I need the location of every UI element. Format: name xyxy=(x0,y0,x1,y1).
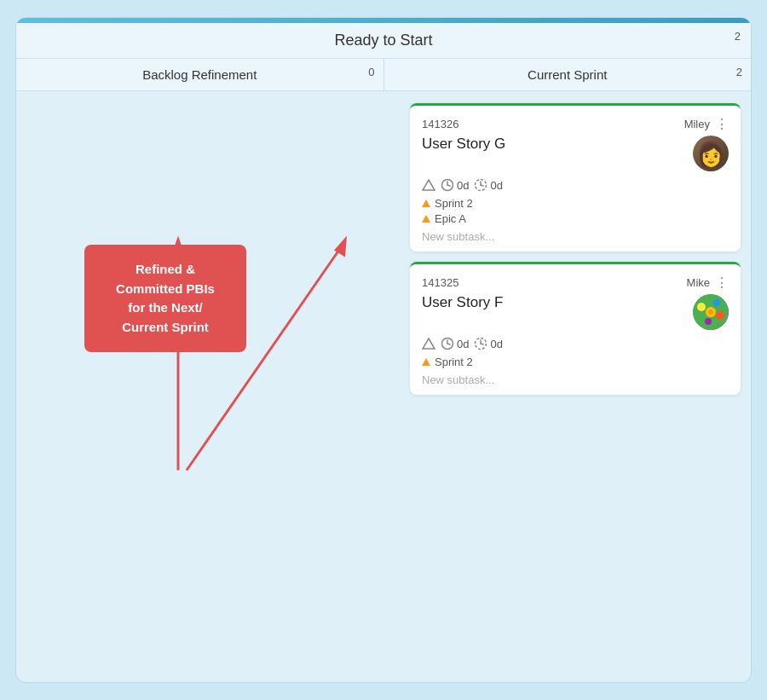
card-1-avatar xyxy=(693,136,729,171)
card-1-triangle-icon xyxy=(422,179,435,191)
story-card-2: 141325 Mike ⋮ User Story F xyxy=(410,262,741,395)
card-1-title: User Story G xyxy=(422,136,505,153)
card-2-id: 141325 xyxy=(422,276,458,289)
ready-to-start-badge: 2 xyxy=(735,30,741,43)
main-container: Ready to Start 2 Backlog Refinement 0 Cu… xyxy=(15,17,752,683)
arrows-svg xyxy=(16,91,400,662)
card-2-triangle-icon xyxy=(422,338,435,350)
label-box-text: Refined &Committed PBIsfor the Next/Curr… xyxy=(116,262,215,334)
card-1-assignee-row: Miley ⋮ xyxy=(684,116,729,132)
right-column: 141326 Miley ⋮ User Story G xyxy=(400,91,751,662)
card-2-body: User Story F xyxy=(422,294,729,330)
backlog-badge: 0 xyxy=(368,66,374,78)
label-box: Refined &Committed PBIsfor the Next/Curr… xyxy=(84,245,246,352)
svg-line-24 xyxy=(481,344,483,344)
svg-point-12 xyxy=(697,303,706,311)
card-2-sprint-tag: Sprint 2 xyxy=(422,356,729,368)
svg-point-15 xyxy=(705,318,712,325)
card-1-id: 141326 xyxy=(422,118,458,130)
card-1-header: 141326 Miley ⋮ xyxy=(422,116,729,132)
columns-row: Backlog Refinement 0 Current Sprint 2 xyxy=(16,59,751,91)
card-2-header: 141325 Mike ⋮ xyxy=(422,275,729,291)
card-1-body: User Story G xyxy=(422,136,729,171)
card-2-title: User Story F xyxy=(422,294,503,311)
card-2-sprint-label: Sprint 2 xyxy=(435,356,473,368)
main-content: Refined &Committed PBIsfor the Next/Curr… xyxy=(16,91,751,662)
triangle-icon-2 xyxy=(422,338,435,350)
svg-marker-18 xyxy=(423,338,435,349)
current-sprint-header[interactable]: Current Sprint 2 xyxy=(384,59,752,90)
card-1-menu[interactable]: ⋮ xyxy=(715,116,729,132)
svg-marker-3 xyxy=(334,236,347,257)
current-sprint-label: Current Sprint xyxy=(528,67,607,82)
card-1-sprint-arrow xyxy=(422,200,430,207)
svg-point-17 xyxy=(708,310,713,315)
clock-dashed-icon-2 xyxy=(474,337,487,350)
card-2-clock-dashed: 0d xyxy=(474,337,502,350)
card-1-clock-val: 0d xyxy=(457,179,469,192)
ready-to-start-title: Ready to Start xyxy=(30,32,737,49)
card-2-clock-solid: 0d xyxy=(441,337,469,350)
card-2-menu[interactable]: ⋮ xyxy=(715,275,729,291)
backlog-label: Backlog Refinement xyxy=(142,67,257,82)
clock-solid-icon-2 xyxy=(441,337,454,350)
story-card-1: 141326 Miley ⋮ User Story G xyxy=(410,103,741,252)
card-1-assignee: Miley xyxy=(684,118,710,130)
svg-point-14 xyxy=(716,311,724,320)
left-column: Refined &Committed PBIsfor the Next/Curr… xyxy=(16,91,400,662)
card-2-avatar xyxy=(693,294,729,330)
ready-to-start-row: Ready to Start 2 xyxy=(16,23,751,59)
card-2-new-subtask[interactable]: New subtask... xyxy=(422,373,729,386)
card-2-sprint-arrow xyxy=(422,358,430,366)
card-1-epic-label: Epic A xyxy=(435,212,466,225)
card-2-clock-val: 0d xyxy=(457,338,469,350)
clock-dashed-icon xyxy=(474,178,487,192)
card-2-assignee-row: Mike ⋮ xyxy=(687,275,729,291)
current-sprint-badge: 2 xyxy=(736,66,742,78)
svg-line-10 xyxy=(481,185,483,186)
clock-solid-icon xyxy=(441,178,454,192)
card-1-new-subtask[interactable]: New subtask... xyxy=(422,230,729,243)
backlog-refinement-header[interactable]: Backlog Refinement 0 xyxy=(16,59,384,90)
card-2-dashed-val: 0d xyxy=(490,338,502,350)
svg-point-13 xyxy=(713,299,720,306)
svg-line-21 xyxy=(447,344,450,344)
triangle-icon xyxy=(422,179,435,191)
card-1-sprint-label: Sprint 2 xyxy=(435,197,473,210)
card-1-clock-solid: 0d xyxy=(441,178,469,192)
card-2-metrics: 0d 0d xyxy=(422,337,729,350)
card-1-epic-arrow xyxy=(422,215,430,223)
card-1-epic-tag: Epic A xyxy=(422,212,729,225)
card-2-assignee: Mike xyxy=(687,276,710,289)
card-1-clock-dashed: 0d xyxy=(474,178,502,192)
card-1-dashed-val: 0d xyxy=(490,179,502,192)
mike-avatar-svg xyxy=(693,294,729,330)
card-1-sprint-tag: Sprint 2 xyxy=(422,197,729,210)
svg-marker-4 xyxy=(423,180,435,190)
svg-line-7 xyxy=(447,185,450,186)
card-1-metrics: 0d 0d xyxy=(422,178,729,192)
